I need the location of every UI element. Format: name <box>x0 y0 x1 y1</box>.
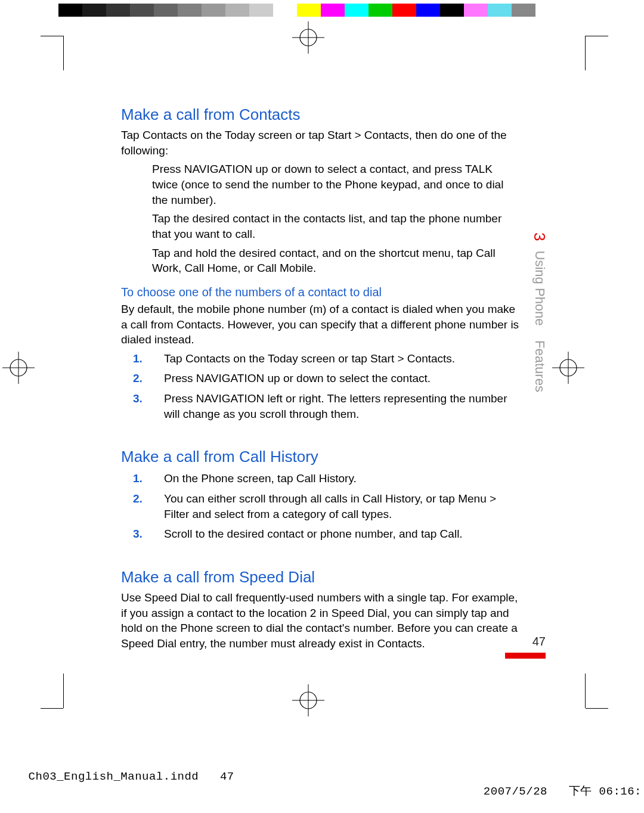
step-text: Press NAVIGATION up or down to select th… <box>164 371 521 386</box>
step-number: 2. <box>121 491 164 522</box>
intro-paragraph: Tap Contacts on the Today screen or tap … <box>121 128 521 158</box>
list-item: 3.Press NAVIGATION left or right. The le… <box>121 391 521 421</box>
crop-mark <box>63 36 64 70</box>
crop-mark <box>585 674 586 708</box>
page: Make a call from Contacts Tap Contacts o… <box>0 0 644 813</box>
subheading-choose-number: To choose one of the numbers of a contac… <box>121 284 521 300</box>
chapter-title-a: Using Phone <box>532 251 547 326</box>
numbered-steps: 1.Tap Contacts on the Today screen or ta… <box>121 351 521 422</box>
page-accent-bar <box>505 653 546 659</box>
crop-mark <box>585 36 586 70</box>
slug-line: Ch03_English_Manual.indd 47 2007/5/28 下午… <box>0 757 644 809</box>
bullet-item: Tap the desired contact in the contacts … <box>152 211 521 241</box>
list-item: 1.On the Phone screen, tap Call History. <box>121 471 521 486</box>
step-text: Scroll to the desired contact or phone n… <box>164 526 521 542</box>
content-body: Make a call from Contacts Tap Contacts o… <box>121 104 521 655</box>
crop-mark <box>586 708 608 709</box>
list-item: 2.Press NAVIGATION up or down to select … <box>121 371 521 386</box>
bullet-item: Tap and hold the desired contact, and on… <box>152 246 521 276</box>
step-text: Press NAVIGATION left or right. The lett… <box>164 391 521 421</box>
registration-mark-icon <box>552 352 584 384</box>
registration-mark-icon <box>292 684 324 716</box>
speed-dial-paragraph: Use Speed Dial to call frequently-used n… <box>121 590 521 651</box>
list-item: 1.Tap Contacts on the Today screen or ta… <box>121 351 521 367</box>
bullet-block: Press NAVIGATION up or down to select a … <box>152 162 521 275</box>
numbered-steps: 1.On the Phone screen, tap Call History.… <box>121 471 521 542</box>
list-item: 3.Scroll to the desired contact or phone… <box>121 526 521 542</box>
crop-mark <box>586 36 608 36</box>
step-number: 2. <box>121 371 164 386</box>
step-text: On the Phone screen, tap Call History. <box>164 471 521 486</box>
side-chapter-label: 3 Using Phone Features <box>530 232 549 392</box>
crop-mark <box>41 708 63 709</box>
crop-mark <box>63 674 64 708</box>
slug-timestamp: 2007/5/28 下午 06:16: <box>484 783 642 799</box>
color-calibration-bars <box>0 4 644 17</box>
page-number: 47 <box>532 635 546 648</box>
slug-filename: Ch03_English_Manual.indd 47 <box>29 770 234 783</box>
sub-intro-paragraph: By default, the mobile phone number (m) … <box>121 302 521 347</box>
crop-mark <box>41 36 63 36</box>
step-text: Tap Contacts on the Today screen or tap … <box>164 351 521 367</box>
registration-mark-icon <box>292 21 324 54</box>
chapter-title-b: Features <box>532 340 547 392</box>
registration-mark-icon <box>2 352 35 384</box>
step-number: 1. <box>121 351 164 367</box>
step-number: 1. <box>121 471 164 486</box>
heading-make-call-contacts: Make a call from Contacts <box>121 104 521 125</box>
list-item: 2.You can either scroll through all call… <box>121 491 521 522</box>
chapter-number: 3 <box>530 232 549 241</box>
bullet-item: Press NAVIGATION up or down to select a … <box>152 162 521 207</box>
step-text: You can either scroll through all calls … <box>164 491 521 522</box>
heading-make-call-speed-dial: Make a call from Speed Dial <box>121 567 521 588</box>
step-number: 3. <box>121 391 164 421</box>
step-number: 3. <box>121 526 164 542</box>
heading-make-call-history: Make a call from Call History <box>121 446 521 467</box>
